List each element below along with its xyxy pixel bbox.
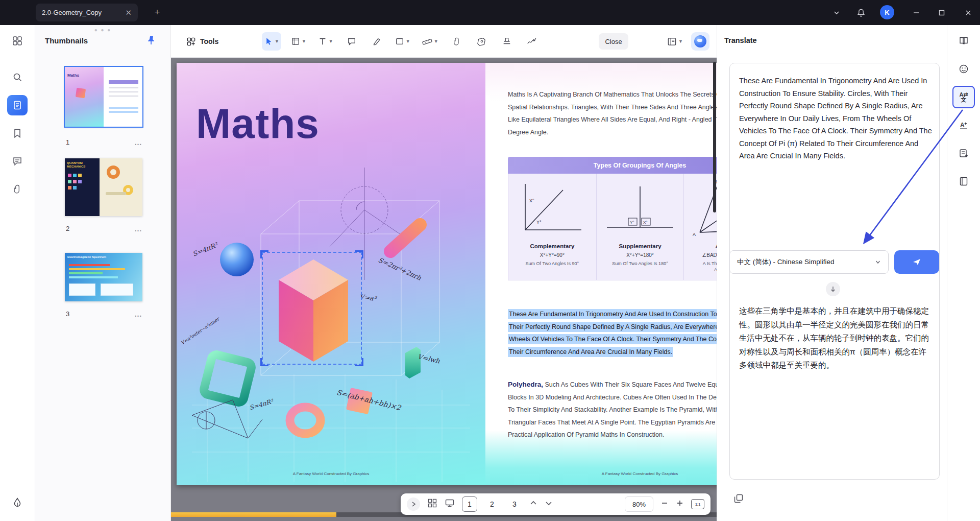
thumbnails-title: Thumbnails [45, 36, 88, 45]
pin-icon [146, 35, 156, 45]
titlebar-dropdown-chevron[interactable] [829, 5, 844, 20]
resize-handle-top-left[interactable] [260, 250, 268, 258]
paperclip-icon [452, 37, 461, 46]
ai-assistant-button[interactable] [691, 32, 709, 51]
thumb3-menu-button[interactable]: … [134, 310, 142, 318]
thumb1-menu-button[interactable]: … [134, 138, 142, 147]
text-tool-button[interactable]: ▼ [316, 32, 335, 51]
page-thumbnail-3[interactable]: Electromagnetic Spectrum [65, 253, 142, 301]
thumbnail-view-button[interactable] [427, 498, 437, 510]
thumbnails-panel-button[interactable] [7, 95, 28, 115]
document-tab[interactable]: 2.0-Geometry_Copy ✕ [36, 4, 138, 21]
sticker-icon [477, 37, 486, 46]
vertical-scrollbar[interactable] [713, 62, 716, 212]
reader-sidebar-button[interactable] [953, 171, 974, 192]
sticker-tool-button[interactable] [473, 32, 491, 51]
page-thumbnail-2[interactable]: QUANTUM MECHANICS [65, 158, 142, 216]
stamp-tool-button[interactable] [498, 32, 516, 51]
note-add-icon [959, 148, 969, 158]
tab-close-icon[interactable]: ✕ [125, 8, 132, 17]
home-grid-button[interactable] [7, 31, 28, 51]
window-minimize-button[interactable] [909, 5, 924, 20]
view-mode-button[interactable]: ▼ [665, 32, 685, 51]
chevron-down-icon: ▼ [275, 39, 279, 44]
copy-icon [733, 493, 744, 504]
supplementary-angle-diagram: Y° X° [602, 179, 678, 239]
pin-panel-button[interactable] [146, 35, 157, 46]
zoom-out-button[interactable] [660, 499, 669, 509]
page-navigation-bar: 1 2 3 80% 1:1 [401, 493, 710, 515]
tools-menu-button[interactable]: Tools [181, 32, 224, 51]
target-language-dropdown[interactable]: 中文 (简体) - Chinese Simplified [729, 250, 889, 274]
document-canvas[interactable]: Maths S=4πR² S=2πr²+2πrh V=a³ V=lwh S=(a… [171, 58, 717, 521]
chevron-down-icon: ▼ [406, 39, 410, 44]
chevron-down-icon: ▼ [302, 39, 306, 44]
page-thumbnail-1[interactable]: Maths [65, 67, 142, 127]
reading-view-icon [667, 37, 677, 46]
table-col-supplementary: Y° X° Supplementary X°+Y°=180° Sum Of Tw… [596, 174, 684, 280]
shapes-tool-button[interactable]: ▼ [393, 32, 412, 51]
expand-nav-button[interactable] [407, 498, 420, 511]
chevron-right-icon [410, 501, 416, 507]
document-tab-title: 2.0-Geometry_Copy [42, 9, 121, 16]
panel-drag-handle[interactable]: ● ● ● [35, 27, 170, 33]
maximize-icon [938, 9, 945, 16]
page-title: Maths [196, 100, 320, 148]
search-button[interactable] [7, 67, 28, 87]
thumb1-page-number: 1 [66, 138, 69, 146]
snapshot-tool-button[interactable]: ▼ [289, 32, 308, 51]
resize-handle-top-right[interactable] [355, 250, 363, 258]
resize-handle-bottom-right[interactable] [355, 358, 363, 366]
page-button-1[interactable]: 1 [462, 496, 477, 512]
actual-size-button[interactable]: 1:1 [691, 499, 704, 509]
zoom-level-select[interactable]: 80% [625, 496, 653, 512]
measure-tool-button[interactable]: ▼ [420, 32, 440, 51]
ai-orb-icon [694, 35, 706, 48]
page-spread: Maths S=4πR² S=2πr²+2πrh V=a³ V=lwh S=(a… [177, 63, 717, 485]
notes-button[interactable] [953, 143, 974, 163]
select-tool-button[interactable]: ▼ [262, 32, 281, 51]
object-selection-box[interactable] [262, 252, 362, 365]
page-button-2[interactable]: 2 [484, 496, 500, 512]
thumb2-menu-button[interactable]: … [134, 224, 142, 233]
translate-submit-button[interactable] [894, 250, 939, 274]
comments-button[interactable] [7, 151, 28, 171]
signature-icon [527, 37, 537, 46]
reactions-button[interactable] [953, 59, 974, 79]
sign-tool-button[interactable] [523, 32, 541, 51]
polyhedra-paragraph: Polyhedra, Such As Cubes With Their Six … [508, 378, 717, 441]
ocr-recognize-button[interactable]: A [953, 115, 974, 135]
horizontal-scrollbar-thumb[interactable] [171, 512, 336, 517]
presentation-mode-button[interactable] [445, 498, 455, 510]
attachments-button[interactable] [7, 179, 28, 199]
comment-tool-button[interactable] [343, 32, 360, 51]
thumb2-title: QUANTUM MECHANICS [67, 161, 100, 169]
angles-table-header: Types Of Groupings Of Angles [508, 157, 717, 174]
svg-text:Y°: Y° [536, 220, 542, 225]
thumbnails-panel: ● ● ● Thumbnails Maths 1 [35, 25, 171, 521]
window-close-button[interactable] [961, 5, 976, 20]
zoom-in-button[interactable] [676, 499, 684, 509]
translate-tool-button[interactable]: A⇄文 [952, 86, 975, 108]
grid-view-icon [427, 498, 437, 508]
selected-text-paragraph[interactable]: These Are Fundamental In Trigonometry An… [508, 308, 717, 358]
user-avatar[interactable]: K [880, 5, 894, 19]
resize-handle-bottom-left[interactable] [260, 358, 268, 366]
page-button-3[interactable]: 3 [507, 496, 522, 512]
summarize-button[interactable] [953, 31, 974, 51]
table-col-adjacent: B D A C Adjacent ∠BAD+∠DAC=∠BAC A Is The… [683, 174, 717, 280]
copy-translation-button[interactable] [732, 492, 745, 505]
previous-page-button[interactable] [529, 499, 537, 509]
close-tools-button[interactable]: Close [599, 33, 628, 50]
signature-tool-button[interactable] [7, 492, 28, 513]
svg-text:A: A [693, 232, 696, 237]
new-tab-button[interactable]: + [151, 6, 163, 18]
window-maximize-button[interactable] [934, 5, 949, 20]
next-page-button[interactable] [545, 499, 553, 509]
intro-paragraph: Maths Is A Captivating Branch Of Mathema… [508, 88, 717, 138]
bookmarks-button[interactable] [7, 123, 28, 144]
rectangle-shape-icon [395, 37, 404, 46]
notifications-button[interactable] [853, 5, 869, 20]
attach-file-tool-button[interactable] [448, 32, 465, 51]
highlighter-tool-button[interactable] [368, 32, 385, 51]
